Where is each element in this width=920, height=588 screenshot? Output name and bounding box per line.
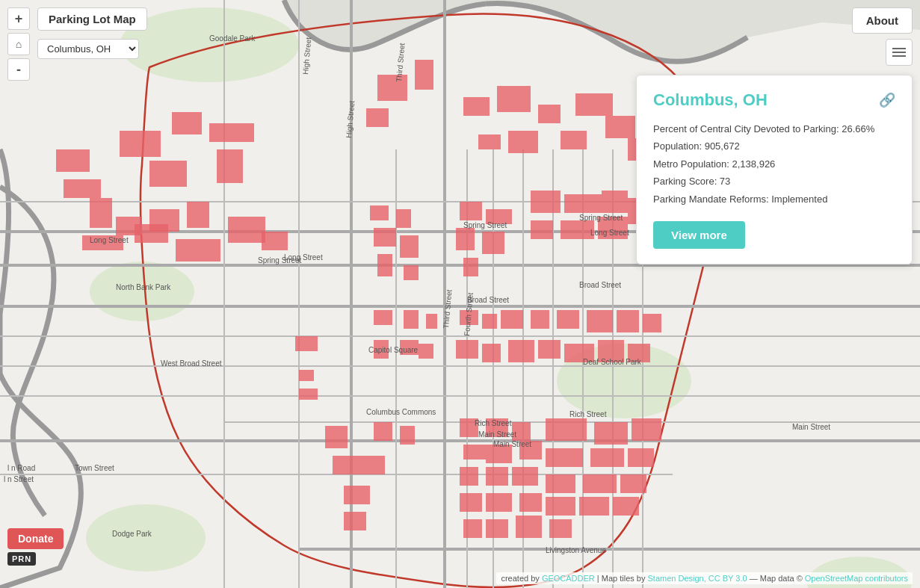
svg-rect-91	[482, 344, 501, 362]
svg-rect-125	[546, 474, 575, 493]
svg-rect-104	[463, 445, 486, 459]
svg-rect-93	[538, 340, 561, 359]
svg-rect-54	[135, 224, 168, 243]
svg-rect-107	[463, 519, 482, 538]
attribution: created by GEOCADDER | Map tiles by Stam…	[496, 572, 913, 584]
svg-text:Deaf School Park: Deaf School Park	[583, 358, 642, 366]
svg-rect-43	[463, 97, 490, 116]
svg-rect-83	[557, 310, 579, 329]
svg-rect-29	[56, 149, 90, 172]
view-more-button[interactable]: View more	[653, 221, 745, 249]
zoom-out-button[interactable]: -	[7, 58, 30, 81]
svg-rect-39	[187, 202, 209, 228]
stat-parking-score: Parking Score: 73	[653, 173, 895, 190]
donate-area: Donate PRN	[7, 528, 64, 566]
svg-rect-127	[620, 474, 646, 493]
svg-rect-101	[374, 422, 392, 441]
svg-text:Rich Street: Rich Street	[569, 410, 607, 418]
svg-rect-30	[64, 179, 101, 198]
city-selector-container: Columbus, OH Cleveland, OH Cincinnati, O…	[37, 39, 139, 59]
stamen-link[interactable]: Stamen Design, CC BY 3.0	[648, 574, 747, 583]
svg-rect-84	[587, 310, 613, 332]
svg-rect-66	[463, 258, 478, 276]
svg-rect-115	[519, 493, 542, 512]
svg-text:Spring Street: Spring Street	[463, 221, 507, 229]
home-button[interactable]: ⌂	[7, 33, 30, 55]
donate-button[interactable]: Donate	[7, 528, 64, 549]
svg-rect-85	[617, 310, 639, 332]
city-link-icon[interactable]: 🔗	[879, 92, 895, 108]
city-name-text: Columbus, OH	[653, 90, 768, 110]
svg-rect-76	[374, 310, 392, 325]
svg-rect-64	[460, 202, 482, 220]
svg-rect-32	[120, 131, 161, 157]
svg-rect-92	[508, 340, 534, 362]
svg-rect-126	[583, 474, 617, 493]
svg-rect-106	[460, 493, 482, 512]
svg-rect-81	[501, 310, 523, 329]
city-select[interactable]: Columbus, OH Cleveland, OH Cincinnati, O…	[37, 39, 139, 59]
zoom-in-button[interactable]: +	[7, 7, 30, 30]
app-title: Parking Lot Map	[37, 7, 147, 31]
svg-rect-114	[486, 493, 512, 512]
svg-rect-35	[217, 149, 243, 183]
svg-rect-100	[344, 512, 366, 530]
svg-rect-123	[590, 448, 624, 467]
svg-text:l n Road: l n Road	[7, 464, 35, 472]
svg-rect-68	[482, 232, 504, 254]
about-button[interactable]: About	[852, 7, 913, 34]
svg-rect-128	[546, 497, 575, 516]
svg-rect-50	[478, 134, 501, 149]
info-popup: Columbus, OH 🔗 Percent of Central City D…	[636, 75, 913, 264]
svg-rect-34	[209, 123, 254, 142]
svg-point-4	[86, 504, 206, 572]
attribution-separator: | Map tiles by	[597, 574, 648, 583]
svg-rect-45	[538, 105, 561, 123]
layer-icon-line3	[892, 55, 906, 57]
svg-text:Rich Street: Rich Street	[475, 419, 512, 427]
geocadder-link[interactable]: GEOCADDER	[542, 574, 595, 583]
svg-text:l n Street: l n Street	[4, 475, 34, 483]
attribution-map-data: — Map data ©	[750, 574, 805, 583]
map-container[interactable]: High Street Third Street High Street Thi…	[0, 0, 920, 588]
svg-rect-61	[396, 209, 411, 228]
svg-text:Goodale Park: Goodale Park	[209, 34, 256, 43]
svg-rect-90	[456, 340, 478, 359]
svg-text:Broad Street: Broad Street	[467, 296, 509, 304]
svg-rect-71	[602, 191, 628, 213]
svg-rect-124	[628, 448, 654, 467]
svg-rect-132	[299, 389, 318, 400]
popup-city-name: Columbus, OH 🔗	[653, 90, 895, 110]
map-controls: + ⌂ -	[7, 7, 30, 81]
svg-text:Long Street: Long Street	[90, 236, 129, 244]
attribution-text: created by	[501, 574, 541, 583]
svg-rect-55	[176, 239, 220, 261]
svg-text:West Broad Street: West Broad Street	[161, 359, 222, 368]
svg-rect-56	[228, 217, 265, 243]
svg-rect-80	[482, 314, 497, 329]
svg-rect-65	[456, 228, 475, 250]
layers-button[interactable]	[886, 39, 913, 66]
svg-rect-73	[561, 220, 594, 239]
svg-rect-33	[172, 112, 202, 134]
svg-text:Main Street: Main Street	[792, 423, 830, 431]
svg-rect-121	[632, 418, 661, 441]
svg-text:Dodge Park: Dodge Park	[112, 530, 152, 538]
svg-rect-131	[299, 370, 314, 381]
svg-rect-78	[426, 314, 437, 329]
osm-link[interactable]: OpenStreetMap contributors	[805, 574, 908, 583]
svg-rect-130	[613, 497, 639, 516]
svg-rect-70	[564, 194, 602, 213]
svg-rect-44	[497, 86, 531, 112]
svg-rect-31	[90, 198, 112, 228]
svg-text:Main Street: Main Street	[493, 440, 531, 448]
prn-logo: PRN	[7, 552, 36, 566]
layer-icon-line1	[892, 48, 906, 49]
svg-rect-57	[262, 232, 288, 250]
svg-rect-129	[579, 497, 609, 516]
svg-rect-133	[295, 336, 318, 351]
svg-rect-116	[486, 519, 508, 538]
svg-rect-119	[546, 418, 587, 441]
svg-rect-46	[575, 93, 613, 116]
svg-rect-105	[460, 467, 478, 486]
